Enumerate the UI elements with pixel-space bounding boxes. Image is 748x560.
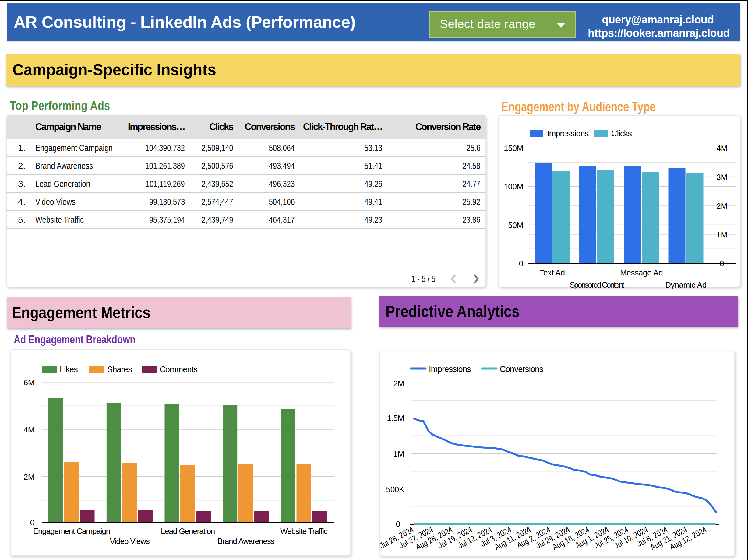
svg-text:Comments: Comments (160, 365, 197, 374)
svg-text:0: 0 (720, 259, 724, 268)
svg-text:Text Ad: Text Ad (539, 268, 565, 277)
svg-text:Video Views: Video Views (110, 537, 150, 546)
svg-text:0: 0 (30, 518, 34, 527)
svg-text:Clicks: Clicks (611, 129, 632, 138)
svg-text:Conversions: Conversions (500, 365, 543, 374)
svg-text:2M: 2M (23, 472, 34, 482)
svg-text:1.5M: 1.5M (387, 414, 404, 423)
svg-text:100M: 100M (504, 182, 523, 191)
svg-text:1M: 1M (716, 230, 727, 239)
svg-text:6M: 6M (23, 378, 34, 387)
svg-text:0: 0 (396, 519, 400, 529)
svg-text:2M: 2M (393, 379, 404, 388)
svg-text:Dynamic Ad: Dynamic Ad (665, 280, 707, 289)
svg-text:Impressions: Impressions (429, 365, 471, 374)
svg-text:150M: 150M (504, 144, 523, 153)
svg-text:50M: 50M (508, 221, 523, 230)
svg-text:3M: 3M (716, 173, 727, 182)
svg-text:Lead Generation: Lead Generation (161, 527, 215, 536)
svg-text:Website Traffic: Website Traffic (280, 527, 328, 536)
svg-text:2M: 2M (716, 201, 727, 211)
svg-text:Likes: Likes (60, 365, 78, 374)
svg-text:Engagement Campaign: Engagement Campaign (33, 527, 110, 536)
svg-text:500K: 500K (386, 485, 404, 494)
svg-text:Sponsored Content: Sponsored Content (570, 280, 625, 289)
svg-text:Impressions: Impressions (547, 129, 589, 138)
svg-text:4M: 4M (716, 144, 727, 153)
svg-text:Shares: Shares (107, 365, 132, 374)
svg-text:1M: 1M (393, 449, 404, 458)
svg-text:Message Ad: Message Ad (620, 268, 663, 277)
svg-text:0: 0 (519, 259, 523, 268)
svg-text:Brand Awareness: Brand Awareness (217, 537, 275, 546)
svg-text:4M: 4M (23, 425, 34, 434)
